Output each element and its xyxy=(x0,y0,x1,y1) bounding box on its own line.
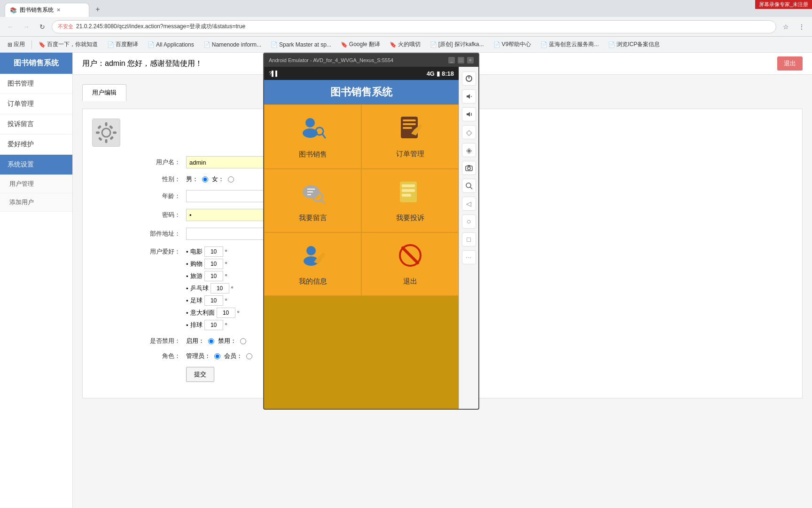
zoom-button[interactable] xyxy=(462,179,476,193)
gender-female-radio[interactable] xyxy=(228,176,234,183)
member-role-radio[interactable] xyxy=(246,353,252,359)
bookmark-fire[interactable]: 🔖 火的哦切 xyxy=(386,39,424,50)
chuangyi-icon: 📄 xyxy=(540,41,547,48)
hobby-shopping-value[interactable] xyxy=(204,259,223,269)
submit-button[interactable]: 提交 xyxy=(186,367,214,382)
emulator-window: Android Emulator - AVD_for_4_WVGA_Nexus_… xyxy=(263,53,479,410)
enabled-radio[interactable] xyxy=(208,338,214,344)
sidebar-subitem-add-user[interactable]: 添加用户 xyxy=(0,193,72,212)
svg-rect-25 xyxy=(402,189,415,192)
android-cell-book-sales[interactable]: 图书销售 xyxy=(264,104,361,169)
kafka-icon: 📄 xyxy=(430,41,437,48)
bookmark-kafka[interactable]: 📄 [原创] 探讨kafka... xyxy=(426,39,488,50)
my-info-icon xyxy=(300,242,326,273)
address-bar[interactable]: 不安全 21.0.2.245:8080/qczl/index.action?me… xyxy=(52,20,776,33)
svg-point-38 xyxy=(468,167,470,170)
gender-male-label: 男： xyxy=(186,175,198,183)
camera-button[interactable] xyxy=(462,161,476,175)
forward-button[interactable]: → xyxy=(20,20,33,33)
hobby-pingpong-name: 乒乓球 xyxy=(190,284,209,293)
svg-rect-14 xyxy=(403,119,416,121)
sidebar-item-order-mgmt[interactable]: 订单管理 xyxy=(0,94,72,114)
svg-point-40 xyxy=(466,183,471,188)
volume-down-button[interactable] xyxy=(462,89,476,103)
bookmark-baidu-translate[interactable]: 📄 百度翻译 xyxy=(103,39,142,50)
bookmark-apps-label: 应用 xyxy=(14,40,25,48)
bookmark-baidu[interactable]: 🔖 百度一下，你就知道 xyxy=(35,39,102,50)
disabled-radio[interactable] xyxy=(240,338,246,344)
spark-icon: 📄 xyxy=(271,41,278,48)
diamond1-button[interactable]: ◇ xyxy=(462,125,476,139)
svg-line-12 xyxy=(322,134,325,138)
bookmark-chuangyi[interactable]: 📄 蓝海创意云服务商... xyxy=(537,39,602,50)
android-cell-order-mgmt[interactable]: 订单管理 xyxy=(361,104,459,169)
hobby-movie-value[interactable] xyxy=(204,246,223,257)
bookmark-v9-label: V9帮助中心 xyxy=(502,40,531,48)
sidebar-item-hobby[interactable]: 爱好维护 xyxy=(0,135,72,155)
bookmark-namenode[interactable]: 📄 Namenode inform... xyxy=(200,40,265,49)
hobby-travel-value[interactable] xyxy=(204,271,223,281)
gender-male-radio[interactable] xyxy=(202,176,208,183)
hobby-pingpong: • 乒乓球 ° xyxy=(186,283,240,294)
sidebar-header: 图书销售系统 xyxy=(0,53,72,74)
back-button[interactable]: ← xyxy=(4,20,17,33)
volume-up-button[interactable] xyxy=(462,107,476,121)
square-android-button[interactable]: □ xyxy=(462,232,476,246)
hobby-volleyball-label: • xyxy=(186,322,188,329)
settings-btn[interactable]: ⋮ xyxy=(795,20,808,33)
emulator-maximize-button[interactable]: □ xyxy=(458,57,464,64)
new-tab-button[interactable]: + xyxy=(91,3,104,16)
back-android-button[interactable]: ◁ xyxy=(462,197,476,211)
home-android-button[interactable]: ○ xyxy=(462,214,476,229)
hobby-travel: • 旅游 ° xyxy=(186,271,240,281)
hobby-pingpong-value[interactable] xyxy=(211,283,229,294)
android-cell-complaint[interactable]: 我要投诉 xyxy=(361,169,459,232)
bookmark-icp-label: 浏览ICP备案信息 xyxy=(617,40,660,48)
bookmarks-bar: ⊞ 应用 🔖 百度一下，你就知道 📄 百度翻译 📄 All Applicatio… xyxy=(0,37,812,53)
bookmark-v9[interactable]: 📄 V9帮助中心 xyxy=(490,39,535,50)
svg-line-41 xyxy=(470,187,472,189)
emulator-minimize-button[interactable]: _ xyxy=(448,57,455,64)
baidu-translate-icon: 📄 xyxy=(107,41,114,48)
logout-button[interactable]: 退出 xyxy=(777,56,803,71)
power-button[interactable] xyxy=(462,71,476,86)
sidebar-subitem-user-mgmt[interactable]: 用户管理 xyxy=(0,175,72,193)
bookmark-namenode-label: Namenode inform... xyxy=(212,41,261,48)
emulator-close-button[interactable]: × xyxy=(467,57,474,64)
sidebar-app-title: 图书销售系统 xyxy=(14,59,59,67)
more-options-button[interactable]: ··· xyxy=(462,250,476,264)
complaint-icon xyxy=(397,179,423,210)
bookmark-star[interactable]: ☆ xyxy=(779,20,792,33)
hobby-soccer-value[interactable] xyxy=(204,295,223,306)
sidebar-item-book-mgmt[interactable]: 图书管理 xyxy=(0,74,72,94)
web-app-sidebar: 图书销售系统 图书管理 订单管理 投诉留言 爱好维护 系统设置 用户管理 添加用… xyxy=(0,53,73,508)
bookmark-all-apps[interactable]: 📄 All Applications xyxy=(144,40,198,49)
sidebar-item-system[interactable]: 系统设置 xyxy=(0,155,72,175)
bookmark-spark[interactable]: 📄 Spark Master at sp... xyxy=(267,40,335,49)
bookmark-google-translate[interactable]: 🔖 Google 翻译 xyxy=(337,39,384,50)
svg-rect-16 xyxy=(403,127,412,129)
admin-role-radio[interactable] xyxy=(214,353,220,359)
android-appbar: 图书销售系统 xyxy=(264,80,459,104)
namenode-icon: 📄 xyxy=(203,41,211,48)
hobby-movie: • 电影 ° xyxy=(186,246,240,257)
android-cell-message[interactable]: 我要留言 xyxy=(264,169,361,232)
svg-rect-26 xyxy=(402,194,411,197)
android-cell-quit[interactable]: 退出 xyxy=(361,232,459,296)
hobby-volleyball-value[interactable] xyxy=(204,320,223,330)
diamond2-button[interactable]: ◈ xyxy=(462,143,476,157)
hobby-volleyball-name: 排球 xyxy=(190,321,203,329)
tab-close-icon[interactable]: ✕ xyxy=(56,7,61,13)
recording-badge: 屏幕录像专家_未注册 xyxy=(755,0,812,9)
hobby-italy-value[interactable] xyxy=(217,308,235,318)
reload-button[interactable]: ↻ xyxy=(36,20,49,33)
address-label: 部件地址： xyxy=(92,230,186,238)
statusbar-time: 8:18 xyxy=(442,70,454,77)
android-cell-my-info[interactable]: 我的信息 xyxy=(264,232,361,296)
bookmark-icp[interactable]: 📄 浏览ICP备案信息 xyxy=(604,39,664,50)
tab-user-edit[interactable]: 用户编辑 xyxy=(82,84,126,101)
bookmark-apps[interactable]: ⊞ 应用 xyxy=(4,39,29,50)
browser-tab-active[interactable]: 📚 图书销售系统 ✕ xyxy=(5,3,89,17)
sidebar-item-complaint[interactable]: 投诉留言 xyxy=(0,114,72,135)
bookmark-divider-1 xyxy=(31,40,32,49)
